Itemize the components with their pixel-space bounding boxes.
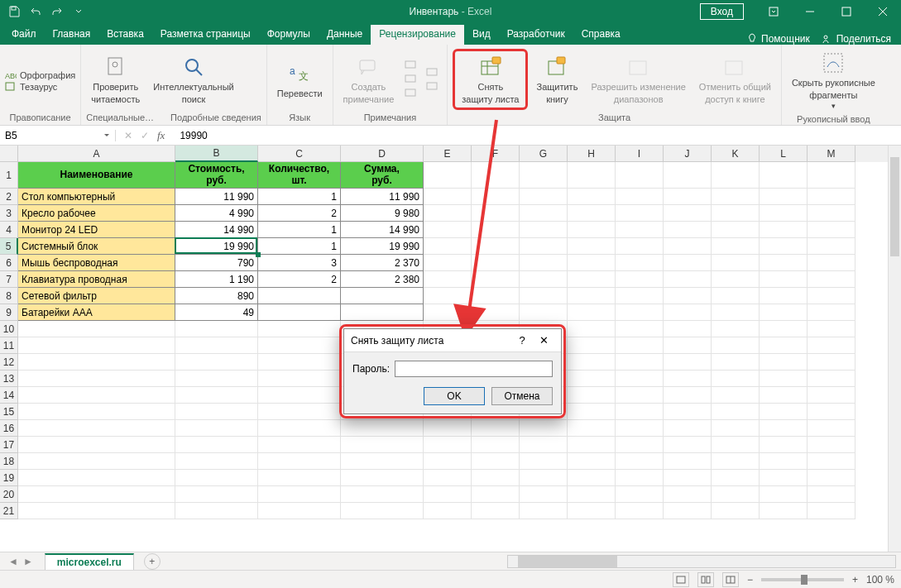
cell[interactable] [568, 205, 616, 222]
horizontal-scrollbar[interactable] [507, 555, 896, 568]
cell[interactable]: 19 990 [175, 238, 258, 255]
cell[interactable] [616, 486, 664, 503]
save-icon[interactable] [5, 2, 23, 21]
cell[interactable] [341, 437, 424, 453]
col-header-J[interactable]: J [664, 146, 712, 162]
cell[interactable] [520, 304, 568, 321]
ribbon-options-icon[interactable] [755, 0, 792, 23]
zoom-out-icon[interactable]: − [747, 574, 753, 586]
tell-me[interactable]: Помощник [746, 33, 810, 45]
row-header[interactable]: 5 [0, 238, 18, 255]
cell[interactable]: Батарейки AAA [18, 304, 175, 321]
col-header-M[interactable]: M [808, 146, 855, 162]
cell[interactable] [424, 288, 472, 304]
view-page-layout-icon[interactable] [697, 572, 714, 587]
cell[interactable] [341, 288, 424, 304]
dialog-close-icon[interactable]: ✕ [533, 334, 554, 347]
ok-button[interactable]: OK [424, 387, 485, 405]
cell[interactable] [568, 486, 616, 503]
row-header[interactable]: 20 [0, 486, 18, 503]
cell[interactable]: Стол компьютерный [18, 189, 175, 205]
cell[interactable] [258, 404, 341, 420]
col-header-G[interactable]: G [520, 146, 568, 162]
cell[interactable] [664, 437, 712, 453]
cell[interactable] [664, 271, 712, 288]
cell[interactable] [616, 162, 664, 189]
cell[interactable] [18, 370, 175, 387]
cell[interactable] [664, 354, 712, 370]
cell[interactable] [424, 453, 472, 470]
cell[interactable] [616, 205, 664, 222]
cell[interactable] [520, 238, 568, 255]
cell[interactable] [472, 238, 520, 255]
cancel-formula-icon[interactable]: ✕ [124, 130, 132, 141]
col-header-D[interactable]: D [341, 146, 424, 162]
redo-icon[interactable] [48, 2, 66, 21]
tab-вставка[interactable]: Вставка [98, 25, 152, 45]
cell[interactable]: Сумма,руб. [341, 162, 424, 189]
cell[interactable] [808, 271, 855, 288]
row-header[interactable]: 21 [0, 503, 18, 519]
close-icon[interactable] [865, 0, 901, 23]
undo-icon[interactable] [26, 2, 45, 21]
cell[interactable]: 11 990 [341, 189, 424, 205]
cell[interactable] [712, 271, 760, 288]
col-header-L[interactable]: L [760, 146, 808, 162]
cell[interactable] [258, 337, 341, 354]
cell[interactable] [18, 387, 175, 404]
tab-формулы[interactable]: Формулы [259, 25, 319, 45]
sheet-nav-next-icon[interactable]: ► [23, 556, 33, 567]
cell[interactable] [664, 404, 712, 420]
cell[interactable] [18, 503, 175, 519]
view-page-break-icon[interactable] [722, 572, 739, 587]
cell[interactable] [568, 271, 616, 288]
cell[interactable] [712, 205, 760, 222]
cell[interactable] [341, 486, 424, 503]
cell[interactable] [568, 162, 616, 189]
cell[interactable]: Сетевой фильтр [18, 288, 175, 304]
cell[interactable] [712, 503, 760, 519]
row-header[interactable]: 16 [0, 420, 18, 437]
cell[interactable] [258, 370, 341, 387]
cell[interactable] [568, 453, 616, 470]
cell[interactable] [712, 486, 760, 503]
cell[interactable] [808, 404, 855, 420]
cell[interactable] [808, 387, 855, 404]
cell[interactable]: 11 990 [175, 189, 258, 205]
cell[interactable] [808, 288, 855, 304]
thesaurus-button[interactable]: Тезаурус [5, 82, 75, 92]
row-header[interactable]: 18 [0, 453, 18, 470]
cell[interactable] [760, 255, 808, 271]
cell[interactable] [760, 437, 808, 453]
maximize-icon[interactable] [828, 0, 865, 23]
cell[interactable] [760, 189, 808, 205]
cell[interactable] [175, 470, 258, 486]
enter-formula-icon[interactable]: ✓ [141, 130, 149, 141]
cell[interactable] [664, 255, 712, 271]
cell[interactable] [424, 238, 472, 255]
cell[interactable] [712, 255, 760, 271]
cell[interactable] [520, 288, 568, 304]
cell[interactable] [341, 503, 424, 519]
cell[interactable] [568, 189, 616, 205]
cell[interactable] [472, 189, 520, 205]
cell[interactable] [760, 486, 808, 503]
cell[interactable] [424, 162, 472, 189]
cell[interactable] [258, 420, 341, 437]
cell[interactable] [616, 255, 664, 271]
tab-главная[interactable]: Главная [45, 25, 99, 45]
row-header[interactable]: 9 [0, 304, 18, 321]
cell[interactable] [424, 271, 472, 288]
cell[interactable] [760, 271, 808, 288]
cell[interactable] [341, 420, 424, 437]
cell[interactable] [568, 238, 616, 255]
cell[interactable] [808, 354, 855, 370]
row-header[interactable]: 7 [0, 271, 18, 288]
cell[interactable] [18, 354, 175, 370]
cell[interactable] [712, 387, 760, 404]
cell[interactable] [808, 304, 855, 321]
cell[interactable] [424, 437, 472, 453]
cell[interactable]: 2 [258, 205, 341, 222]
col-header-A[interactable]: A [18, 146, 175, 162]
cell[interactable] [616, 354, 664, 370]
